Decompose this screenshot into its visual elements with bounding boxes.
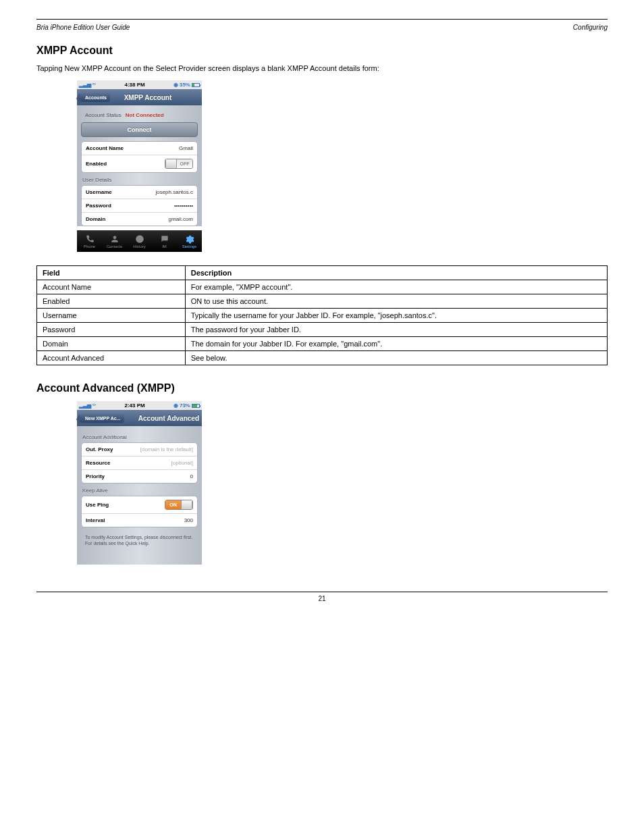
header-right: Configuring (573, 24, 608, 31)
nav-title: XMPP Account (97, 94, 199, 101)
status-bar: ▂▃▅ ⌔ 2:43 PM ◉ 73% (77, 401, 202, 410)
keep-alive-label: Keep Alive (82, 488, 196, 494)
back-button-accounts[interactable]: Accounts (80, 93, 110, 102)
screenshot-xmpp-account: ▂▃▅ ⌔ 4:38 PM ◉ 35% Accounts XMPP Accoun… (77, 80, 608, 252)
tab-contacts[interactable]: Contacts (102, 230, 127, 252)
battery-indicator: ◉ 35% (173, 82, 200, 88)
priority-row[interactable]: Priority 0 (82, 470, 197, 483)
th-desc: Description (185, 266, 607, 280)
account-status-value: Not Connected (126, 112, 164, 118)
battery-indicator: ◉ 73% (173, 402, 200, 409)
tab-settings[interactable]: Settings (177, 230, 202, 252)
status-time: 4:38 PM (124, 82, 144, 88)
password-value: •••••••••• (174, 203, 193, 209)
interval-row[interactable]: Interval 300 (82, 514, 197, 527)
tab-bar: Phone Contacts History IM Settings (77, 230, 202, 252)
out-proxy-row[interactable]: Out. Proxy [domain is the default] (82, 443, 197, 457)
use-ping-row[interactable]: Use Ping ON (82, 496, 197, 514)
table-row: Account NameFor example, "XMPP account". (37, 280, 608, 294)
screenshot-account-advanced: ▂▃▅ ⌔ 2:43 PM ◉ 73% New XMPP Ac... Accou… (77, 401, 608, 564)
signal-icon: ▂▃▅ ⌔ (79, 82, 96, 88)
table-row: EnabledON to use this account. (37, 294, 608, 309)
tab-im[interactable]: IM (152, 230, 177, 252)
im-icon (160, 234, 169, 244)
nav-title: Account Advanced (124, 415, 199, 422)
connect-button[interactable]: Connect (81, 122, 198, 137)
xmpp-intro: Tapping New XMPP Account on the Select P… (36, 63, 608, 74)
use-ping-toggle[interactable]: ON (165, 500, 193, 510)
priority-value: 0 (190, 473, 193, 479)
status-bar: ▂▃▅ ⌔ 4:38 PM ◉ 35% (77, 80, 202, 89)
contacts-icon (110, 234, 119, 244)
resource-row[interactable]: Resource [optional] (82, 457, 197, 470)
xmpp-fields-table: Field Description Account NameFor exampl… (36, 265, 608, 365)
domain-value: gmail.com (169, 216, 193, 222)
back-button-new-xmpp[interactable]: New XMPP Ac... (80, 414, 124, 423)
account-status-row: Account Status Not Connected (81, 109, 198, 121)
phone-icon (85, 234, 95, 244)
account-advanced-title: Account Advanced (XMPP) (36, 382, 608, 394)
table-row: Account AdvancedSee below. (37, 351, 608, 365)
interval-value: 300 (184, 517, 193, 523)
out-proxy-placeholder: [domain is the default] (140, 446, 193, 452)
settings-icon (185, 234, 194, 244)
username-row[interactable]: Username joseph.santos.c (82, 186, 197, 199)
table-row: DomainThe domain for your Jabber ID. For… (37, 337, 608, 351)
resource-placeholder: [optional] (171, 460, 193, 466)
history-icon (135, 234, 144, 244)
page-number: 21 (36, 595, 608, 602)
table-row: UsernameTypically the username for your … (37, 309, 608, 323)
account-additional-label: Account Additional (82, 434, 196, 440)
xmpp-account-title: XMPP Account (36, 45, 608, 57)
user-details-label: User Details (82, 177, 196, 183)
status-time: 2:43 PM (124, 402, 144, 409)
signal-icon: ▂▃▅ ⌔ (79, 402, 96, 409)
enabled-toggle[interactable]: OFF (165, 159, 193, 169)
disconnect-note: To modify Account Settings, please disco… (81, 531, 198, 558)
account-name-row[interactable]: Account Name Gmail (82, 142, 197, 155)
account-name-value: Gmail (179, 145, 193, 151)
tab-phone[interactable]: Phone (77, 230, 102, 252)
tab-history[interactable]: History (127, 230, 152, 252)
domain-row[interactable]: Domain gmail.com (82, 213, 197, 226)
table-row: PasswordThe password for your Jabber ID. (37, 323, 608, 337)
header-left: Bria iPhone Edition User Guide (36, 24, 130, 31)
username-value: joseph.santos.c (155, 189, 193, 195)
enabled-row[interactable]: Enabled OFF (82, 155, 197, 172)
th-field: Field (37, 266, 186, 280)
password-row[interactable]: Password •••••••••• (82, 199, 197, 213)
